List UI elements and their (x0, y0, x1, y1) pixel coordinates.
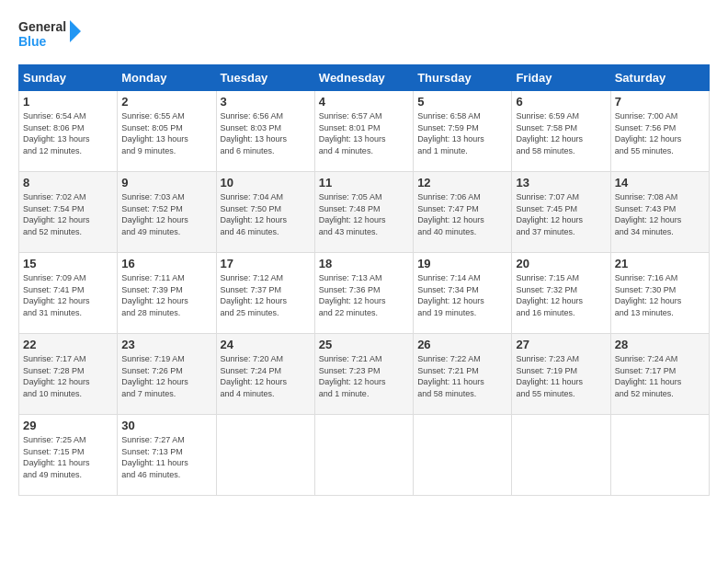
cell-day: 21Sunrise: 7:16 AM Sunset: 7:30 PM Dayli… (610, 253, 709, 334)
cell-day: 3Sunrise: 6:56 AM Sunset: 8:03 PM Daylig… (216, 91, 314, 172)
day-number: 5 (417, 95, 507, 109)
day-info: Sunrise: 7:27 AM Sunset: 7:13 PM Dayligh… (121, 434, 211, 480)
logo: General Blue (18, 15, 83, 53)
week-row-4: 22Sunrise: 7:17 AM Sunset: 7:28 PM Dayli… (19, 334, 710, 415)
day-number: 3 (221, 95, 311, 109)
day-info: Sunrise: 7:21 AM Sunset: 7:23 PM Dayligh… (319, 353, 409, 399)
cell-day (512, 415, 610, 496)
week-row-1: 1Sunrise: 6:54 AM Sunset: 8:06 PM Daylig… (19, 91, 710, 172)
day-info: Sunrise: 7:15 AM Sunset: 7:32 PM Dayligh… (516, 272, 606, 318)
week-row-3: 15Sunrise: 7:09 AM Sunset: 7:41 PM Dayli… (19, 253, 710, 334)
cell-day (314, 415, 413, 496)
day-info: Sunrise: 6:55 AM Sunset: 8:05 PM Dayligh… (121, 110, 211, 156)
calendar-table: SundayMondayTuesdayWednesdayThursdayFrid… (18, 64, 710, 496)
day-info: Sunrise: 7:24 AM Sunset: 7:17 PM Dayligh… (615, 353, 705, 399)
day-info: Sunrise: 7:08 AM Sunset: 7:43 PM Dayligh… (615, 191, 705, 237)
day-info: Sunrise: 7:22 AM Sunset: 7:21 PM Dayligh… (417, 353, 507, 399)
day-info: Sunrise: 7:02 AM Sunset: 7:54 PM Dayligh… (23, 191, 113, 237)
day-number: 2 (121, 95, 211, 109)
cell-day: 5Sunrise: 6:58 AM Sunset: 7:59 PM Daylig… (414, 91, 512, 172)
day-number: 7 (615, 95, 705, 109)
cell-day: 9Sunrise: 7:03 AM Sunset: 7:52 PM Daylig… (118, 172, 216, 253)
day-number: 30 (121, 419, 211, 432)
day-number: 16 (121, 257, 211, 270)
cell-day: 26Sunrise: 7:22 AM Sunset: 7:21 PM Dayli… (414, 334, 512, 415)
day-info: Sunrise: 7:20 AM Sunset: 7:24 PM Dayligh… (221, 353, 311, 399)
day-info: Sunrise: 7:06 AM Sunset: 7:47 PM Dayligh… (417, 191, 507, 237)
cell-day: 19Sunrise: 7:14 AM Sunset: 7:34 PM Dayli… (414, 253, 512, 334)
cell-day: 22Sunrise: 7:17 AM Sunset: 7:28 PM Dayli… (19, 334, 118, 415)
cell-day: 20Sunrise: 7:15 AM Sunset: 7:32 PM Dayli… (512, 253, 610, 334)
cell-day: 28Sunrise: 7:24 AM Sunset: 7:17 PM Dayli… (610, 334, 709, 415)
day-info: Sunrise: 7:12 AM Sunset: 7:37 PM Dayligh… (221, 272, 311, 318)
cell-day (414, 415, 512, 496)
day-info: Sunrise: 7:16 AM Sunset: 7:30 PM Dayligh… (615, 272, 705, 318)
cell-day: 2Sunrise: 6:55 AM Sunset: 8:05 PM Daylig… (118, 91, 216, 172)
cell-day: 17Sunrise: 7:12 AM Sunset: 7:37 PM Dayli… (216, 253, 314, 334)
cell-day: 8Sunrise: 7:02 AM Sunset: 7:54 PM Daylig… (19, 172, 118, 253)
day-info: Sunrise: 7:25 AM Sunset: 7:15 PM Dayligh… (23, 434, 113, 480)
day-number: 17 (221, 257, 311, 270)
day-info: Sunrise: 7:03 AM Sunset: 7:52 PM Dayligh… (121, 191, 211, 237)
cell-day: 25Sunrise: 7:21 AM Sunset: 7:23 PM Dayli… (314, 334, 413, 415)
col-monday: Monday (118, 65, 216, 91)
cell-day: 6Sunrise: 6:59 AM Sunset: 7:58 PM Daylig… (512, 91, 610, 172)
col-saturday: Saturday (610, 65, 709, 91)
day-number: 24 (221, 338, 311, 351)
day-number: 19 (417, 257, 507, 270)
day-number: 12 (417, 176, 507, 190)
day-number: 28 (615, 338, 705, 351)
day-number: 9 (121, 176, 211, 190)
cell-day: 11Sunrise: 7:05 AM Sunset: 7:48 PM Dayli… (314, 172, 413, 253)
day-number: 10 (221, 176, 311, 190)
header: General Blue (18, 15, 710, 53)
cell-day: 14Sunrise: 7:08 AM Sunset: 7:43 PM Dayli… (610, 172, 709, 253)
day-number: 25 (319, 338, 409, 351)
day-info: Sunrise: 7:17 AM Sunset: 7:28 PM Dayligh… (23, 353, 113, 399)
cell-day: 10Sunrise: 7:04 AM Sunset: 7:50 PM Dayli… (216, 172, 314, 253)
col-friday: Friday (512, 65, 610, 91)
day-info: Sunrise: 7:13 AM Sunset: 7:36 PM Dayligh… (319, 272, 409, 318)
cell-day: 13Sunrise: 7:07 AM Sunset: 7:45 PM Dayli… (512, 172, 610, 253)
day-number: 22 (23, 338, 113, 351)
svg-marker-2 (70, 20, 81, 42)
day-info: Sunrise: 7:09 AM Sunset: 7:41 PM Dayligh… (23, 272, 113, 318)
cell-day: 4Sunrise: 6:57 AM Sunset: 8:01 PM Daylig… (314, 91, 413, 172)
col-wednesday: Wednesday (314, 65, 413, 91)
day-number: 27 (516, 338, 606, 351)
svg-text:Blue: Blue (18, 34, 47, 49)
cell-day: 30Sunrise: 7:27 AM Sunset: 7:13 PM Dayli… (118, 415, 216, 496)
col-sunday: Sunday (19, 65, 118, 91)
day-info: Sunrise: 7:04 AM Sunset: 7:50 PM Dayligh… (221, 191, 311, 237)
cell-day: 27Sunrise: 7:23 AM Sunset: 7:19 PM Dayli… (512, 334, 610, 415)
day-info: Sunrise: 6:58 AM Sunset: 7:59 PM Dayligh… (417, 110, 507, 156)
week-row-5: 29Sunrise: 7:25 AM Sunset: 7:15 PM Dayli… (19, 415, 710, 496)
day-number: 29 (23, 419, 113, 432)
day-info: Sunrise: 6:56 AM Sunset: 8:03 PM Dayligh… (221, 110, 311, 156)
day-info: Sunrise: 7:23 AM Sunset: 7:19 PM Dayligh… (516, 353, 606, 399)
day-number: 21 (615, 257, 705, 270)
week-row-2: 8Sunrise: 7:02 AM Sunset: 7:54 PM Daylig… (19, 172, 710, 253)
cell-day: 29Sunrise: 7:25 AM Sunset: 7:15 PM Dayli… (19, 415, 118, 496)
day-info: Sunrise: 7:00 AM Sunset: 7:56 PM Dayligh… (615, 110, 705, 156)
cell-day: 1Sunrise: 6:54 AM Sunset: 8:06 PM Daylig… (19, 91, 118, 172)
day-info: Sunrise: 7:05 AM Sunset: 7:48 PM Dayligh… (319, 191, 409, 237)
day-number: 4 (319, 95, 409, 109)
day-number: 18 (319, 257, 409, 270)
cell-day: 7Sunrise: 7:00 AM Sunset: 7:56 PM Daylig… (610, 91, 709, 172)
cell-day: 18Sunrise: 7:13 AM Sunset: 7:36 PM Dayli… (314, 253, 413, 334)
day-number: 26 (417, 338, 507, 351)
day-number: 11 (319, 176, 409, 190)
day-number: 23 (121, 338, 211, 351)
day-number: 13 (516, 176, 606, 190)
cell-day: 16Sunrise: 7:11 AM Sunset: 7:39 PM Dayli… (118, 253, 216, 334)
day-info: Sunrise: 6:54 AM Sunset: 8:06 PM Dayligh… (23, 110, 113, 156)
cell-day: 23Sunrise: 7:19 AM Sunset: 7:26 PM Dayli… (118, 334, 216, 415)
cell-day: 24Sunrise: 7:20 AM Sunset: 7:24 PM Dayli… (216, 334, 314, 415)
cell-day: 12Sunrise: 7:06 AM Sunset: 7:47 PM Dayli… (414, 172, 512, 253)
day-info: Sunrise: 7:07 AM Sunset: 7:45 PM Dayligh… (516, 191, 606, 237)
day-number: 20 (516, 257, 606, 270)
day-info: Sunrise: 7:14 AM Sunset: 7:34 PM Dayligh… (417, 272, 507, 318)
header-row: SundayMondayTuesdayWednesdayThursdayFrid… (19, 65, 710, 91)
day-number: 6 (516, 95, 606, 109)
